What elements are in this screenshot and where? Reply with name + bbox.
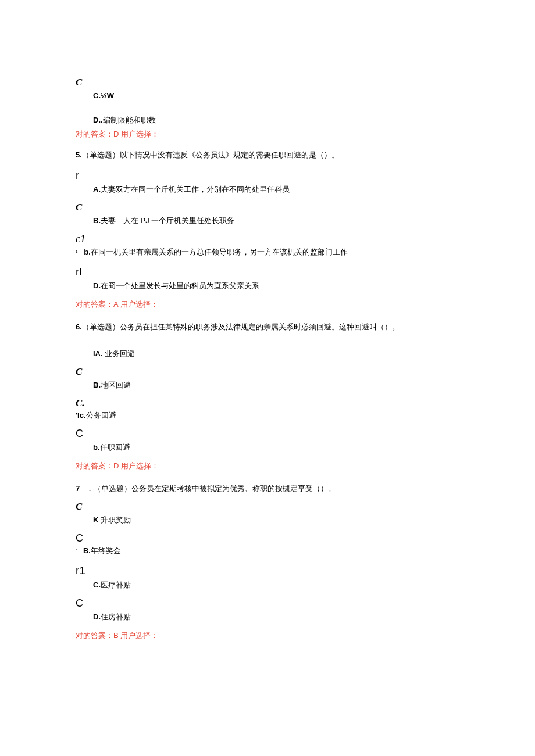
q5-option-b: B.夫妻二人在 PJ 一个厅机关里任处长职务 xyxy=(76,216,459,226)
q4-optc-text: ½W xyxy=(101,91,114,100)
q5-opta-text: 夫妻双方在同一个斤机关工作，分别在不同的处里任科员 xyxy=(101,185,290,194)
q6-text: （单选题）公务员在担任某特殊的职务涉及法律规定的亲属关系时必须回避。这种回避叫（… xyxy=(82,323,400,331)
q4-option-d: D..编制限能和职数 xyxy=(76,115,459,126)
q5-optb-label: B. xyxy=(93,216,101,225)
q5-marker-rl: rl xyxy=(76,264,459,280)
q7-answer: 对的答案：B 用户选择： xyxy=(76,630,459,641)
q7-sub2: ' xyxy=(76,547,77,554)
q5-marker-r: r xyxy=(76,168,459,184)
q7-marker-c2: C xyxy=(76,531,459,546)
q5-optd-label: D. xyxy=(93,281,101,290)
q6-optd-text: 任职回避 xyxy=(100,443,130,452)
q6-marker-c3: C xyxy=(76,427,459,441)
q4-option-c: C.½W xyxy=(76,91,459,101)
q4-optc-label: C. xyxy=(93,91,101,100)
q5-text: （单选题）以下情况中没有违反《公务员法》规定的需要任职回避的是（）。 xyxy=(82,151,339,159)
q7-marker-r1: r1 xyxy=(76,563,459,579)
q6-optd-label: b. xyxy=(93,443,100,452)
q5-opta-label: A. xyxy=(93,185,101,194)
q7-opta-label: K xyxy=(93,515,98,524)
q6-marker-c2: C. xyxy=(76,396,459,410)
q5-sub1: ¹ xyxy=(76,249,77,256)
q7-marker-c1: C xyxy=(76,500,459,514)
q6-marker-c1: C xyxy=(76,365,459,379)
q7-marker-c3: C xyxy=(76,596,459,611)
q4-marker-c: C xyxy=(76,76,459,89)
q7-optc-label: C. xyxy=(93,581,101,589)
q7-stem: 7 ．（单选题）公务员在定期考核中被拟定为优秀、称职的按槻定享受（）。 xyxy=(76,483,459,494)
q7-optd-text: 住房补贴 xyxy=(101,612,131,621)
q5-optd-text: 在冏一个处里发长与处里的科员为直系父亲关系 xyxy=(101,281,259,290)
q5-marker-c1-text: c1 xyxy=(76,233,85,245)
q4-optd-text: 编制限能和职数 xyxy=(103,116,156,124)
q7-option-b: ' B.年终奖金 xyxy=(76,546,459,556)
q6-opta-label: IA. xyxy=(93,349,103,358)
q6-optc-text: 公务回避 xyxy=(86,411,116,420)
q7-number: 7 xyxy=(76,484,80,493)
q5-option-d: D.在冏一个处里发长与处里的科员为直系父亲关系 xyxy=(76,281,459,291)
q7-option-a: K 升职奖励 xyxy=(76,515,459,525)
q6-optc-label: 'Ic. xyxy=(76,411,86,420)
q7-optd-label: D. xyxy=(93,612,101,621)
q6-answer: 对的答案：D 用户选择： xyxy=(76,461,459,471)
q6-opta-text: 业务回避 xyxy=(103,349,135,358)
q5-marker-c1: c1 xyxy=(76,232,459,246)
q6-option-b: B.地区回避 xyxy=(76,380,459,390)
q6-stem: 6.（单选题）公务员在担任某特殊的职务涉及法律规定的亲属关系时必须回避。这种回避… xyxy=(76,322,459,332)
q5-optc-label: b. xyxy=(84,248,91,256)
q5-number: 5. xyxy=(76,151,82,159)
q6-number: 6. xyxy=(76,323,82,331)
q5-marker-c: C xyxy=(76,200,459,214)
q7-optb-text: 年终奖金 xyxy=(91,546,121,555)
q7-option-c: C.医疗补贴 xyxy=(76,580,459,590)
q5-option-a: A.夫妻双方在同一个斤机关工作，分别在不同的处里任科员 xyxy=(76,184,459,195)
q4-answer: 对的答案：D 用户选择： xyxy=(76,129,459,139)
q4-optd-label: D.. xyxy=(93,116,103,124)
q5-stem: 5.（单选题）以下情况中没有违反《公务员法》规定的需要任职回避的是（）。 xyxy=(76,150,459,160)
q6-option-d: b.任职回避 xyxy=(76,442,459,453)
q6-option-c: 'Ic.公务回避 xyxy=(76,410,459,421)
q6-option-a: IA. 业务回避 xyxy=(76,349,459,359)
q7-text: ．（单选题）公务员在定期考核中被拟定为优秀、称职的按槻定享受（）。 xyxy=(86,484,336,493)
q7-option-d: D.住房补贴 xyxy=(76,612,459,622)
q7-optb-label: B. xyxy=(83,546,91,555)
q5-optc-text: 在同一机关里有亲属关系的一方总任领导职务，另一方在该机关的监部门工作 xyxy=(91,248,348,256)
q5-option-c: ¹ b.在同一机关里有亲属关系的一方总任领导职务，另一方在该机关的监部门工作 xyxy=(76,247,459,257)
q6-optb-text: 地区回避 xyxy=(101,381,131,389)
q5-optb-text: 夫妻二人在 PJ 一个厅机关里任处长职务 xyxy=(101,216,234,225)
q7-optc-text: 医疗补贴 xyxy=(101,581,131,589)
q7-opta-text: 升职奖励 xyxy=(98,515,131,524)
q6-optb-label: B. xyxy=(93,381,101,389)
q5-answer: 对的答案：A 用户选择： xyxy=(76,299,459,310)
